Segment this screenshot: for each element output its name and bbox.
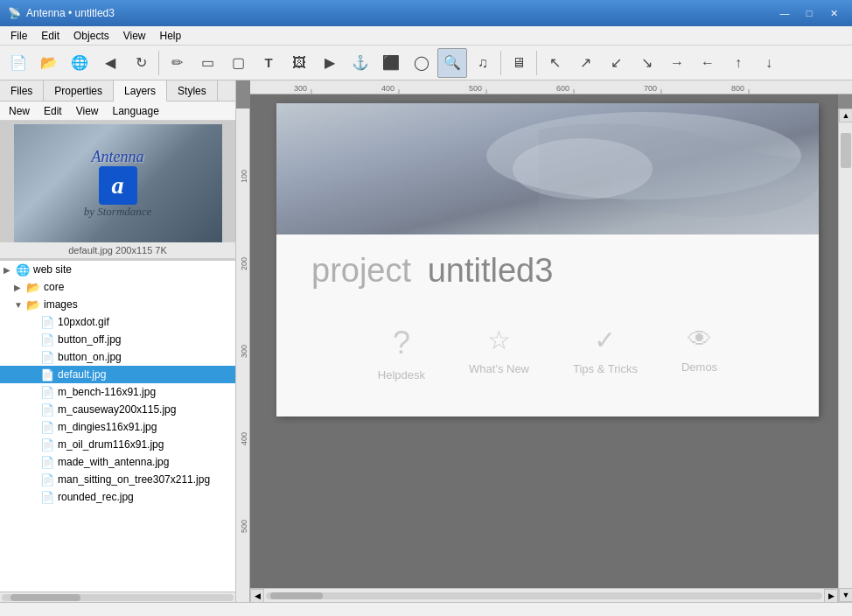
spacer-10 [28, 475, 38, 485]
toolbar: 📄 📂 🌐 ◀ ↻ ✏ ▭ ▢ T 🖼 ▶ ⚓ ⬛ ◯ 🔍 ♫ 🖥 ↖ ↗ ↙ … [0, 46, 852, 80]
spacer-6 [28, 405, 38, 415]
scroll-up-button[interactable]: ▲ [839, 108, 852, 122]
svg-point-20 [513, 138, 653, 200]
rectangle-button[interactable]: ▭ [192, 48, 222, 78]
pointer-sw[interactable]: ↙ [601, 48, 631, 78]
sub-menu-edit[interactable]: Edit [38, 103, 67, 119]
back-button[interactable]: ◀ [95, 48, 125, 78]
file-tree[interactable]: ▶ 🌐 web site ▶ 📂 core ▼ 📂 images 📄 10pxd… [0, 261, 235, 592]
svg-text:500: 500 [240, 520, 248, 533]
file-icon-7: 📄 [40, 421, 54, 434]
globe-button[interactable]: 🌐 [65, 48, 94, 78]
tree-item-images[interactable]: ▼ 📂 images [0, 296, 235, 313]
left-panel: Files Properties Layers Styles New Edit … [0, 80, 236, 602]
tree-item-10pxdot[interactable]: 📄 10pxdot.gif [0, 313, 235, 331]
media-button[interactable]: ▶ [315, 48, 345, 78]
h-scroll-thumb-canvas[interactable] [270, 592, 323, 599]
close-button[interactable]: ✕ [822, 4, 845, 22]
svg-text:600: 600 [556, 84, 569, 93]
title-bar: 📡 Antenna • untitled3 — □ ✕ [0, 0, 852, 26]
pointer-ne[interactable]: ↗ [570, 48, 600, 78]
scroll-track [839, 122, 852, 588]
edit-button[interactable]: ✏ [162, 48, 192, 78]
tree-item-m-dingies[interactable]: 📄 m_dingies116x91.jpg [0, 418, 235, 436]
image-button[interactable]: 🖼 [284, 48, 314, 78]
tree-item-m-causeway[interactable]: 📄 m_causeway200x115.jpg [0, 401, 235, 418]
menu-view[interactable]: View [116, 26, 153, 45]
new-file-button[interactable]: 📄 [3, 48, 33, 78]
roundrect-button[interactable]: ▢ [223, 48, 253, 78]
svg-text:200: 200 [240, 257, 248, 270]
nav-tipstricks: ✓ Tips & Tricks [573, 325, 638, 375]
tree-toggle-website[interactable]: ▶ [3, 265, 14, 275]
web-header-image [276, 103, 819, 234]
tab-layers[interactable]: Layers [114, 80, 167, 102]
tab-properties[interactable]: Properties [44, 80, 114, 101]
shape-button[interactable]: ⬛ [376, 48, 406, 78]
tree-item-core[interactable]: ▶ 📂 core [0, 278, 235, 296]
menu-objects[interactable]: Objects [66, 26, 116, 45]
tree-item-m-oil-drum[interactable]: 📄 m_oil_drum116x91.jpg [0, 436, 235, 453]
tree-item-man-sitting[interactable]: 📄 man_sitting_on_tree307x211.jpg [0, 471, 235, 488]
arrow-up[interactable]: ↑ [723, 48, 753, 78]
refresh-button[interactable]: ↻ [126, 48, 156, 78]
music-button[interactable]: ♫ [468, 48, 498, 78]
demos-icon: 👁 [688, 325, 712, 354]
tab-files[interactable]: Files [0, 80, 44, 101]
tree-item-rounded-rec[interactable]: 📄 rounded_rec.jpg [0, 488, 235, 506]
h-scroll-track [2, 594, 234, 601]
sub-menu-view[interactable]: View [71, 103, 104, 119]
file-icon-2: 📄 [40, 333, 54, 346]
tab-styles[interactable]: Styles [167, 80, 218, 101]
scroll-left-button[interactable]: ◀ [250, 589, 264, 603]
scroll-right-button[interactable]: ▶ [824, 589, 838, 603]
canvas-viewport[interactable]: project untitled3 ? Helpdesk ☆ Wha [250, 94, 838, 588]
website-icon: 🌐 [16, 263, 30, 276]
h-scroll-thumb[interactable] [10, 594, 80, 601]
status-bar [0, 602, 852, 616]
tree-item-button-on[interactable]: 📄 button_on.jpg [0, 348, 235, 366]
arrow-right[interactable]: → [662, 48, 692, 78]
menu-help[interactable]: Help [153, 26, 189, 45]
sub-menu-language[interactable]: Language [108, 103, 164, 119]
preview-logo-text: Antenna [92, 148, 144, 166]
arrow-left[interactable]: ← [693, 48, 723, 78]
tree-item-m-bench[interactable]: 📄 m_bench-116x91.jpg [0, 383, 235, 401]
spacer-1 [28, 318, 38, 327]
toolbar-separator-2 [500, 51, 501, 75]
pointer-nw[interactable]: ↖ [540, 48, 569, 78]
scroll-thumb[interactable] [841, 133, 851, 168]
spacer-2 [28, 335, 38, 345]
canvas-h-scrollbar[interactable]: ◀ ▶ [250, 588, 838, 602]
menu-file[interactable]: File [3, 26, 34, 45]
tree-item-made-with[interactable]: 📄 made_with_antenna.jpg [0, 453, 235, 471]
project-title: project untitled3 [311, 252, 784, 290]
spacer-8 [28, 440, 38, 450]
tree-item-default[interactable]: 📄 default.jpg [0, 366, 235, 383]
vertical-scrollbar[interactable]: ▲ ▼ [838, 108, 852, 602]
text-button[interactable]: T [254, 48, 283, 78]
window-controls: — □ ✕ [773, 4, 845, 22]
horizontal-scrollbar[interactable] [0, 592, 235, 602]
tree-item-website[interactable]: ▶ 🌐 web site [0, 261, 235, 278]
maximize-button[interactable]: □ [798, 4, 821, 22]
file-icon-4: 📄 [40, 368, 54, 382]
tree-toggle-core[interactable]: ▶ [14, 283, 24, 292]
whatsnew-icon: ☆ [487, 325, 511, 355]
ellipse-button[interactable]: ◯ [407, 48, 436, 78]
minimize-button[interactable]: — [773, 4, 796, 22]
sub-menu-new[interactable]: New [3, 103, 35, 119]
anchor-button[interactable]: ⚓ [346, 48, 375, 78]
nav-icons-row: ? Helpdesk ☆ What's New ✓ Tips & Tricks [311, 316, 784, 390]
open-button[interactable]: 📂 [34, 48, 64, 78]
monitor-button[interactable]: 🖥 [504, 48, 534, 78]
menu-edit[interactable]: Edit [34, 26, 66, 45]
zoom-button[interactable]: 🔍 [437, 48, 467, 78]
scroll-down-button[interactable]: ▼ [839, 588, 852, 602]
file-icon-9: 📄 [40, 456, 54, 469]
pointer-se[interactable]: ↘ [632, 48, 661, 78]
arrow-down[interactable]: ↓ [754, 48, 784, 78]
tree-item-button-off[interactable]: 📄 button_off.jpg [0, 331, 235, 348]
tree-toggle-images[interactable]: ▼ [14, 300, 24, 310]
canvas-area: 300 400 500 600 700 800 100 [236, 80, 852, 602]
